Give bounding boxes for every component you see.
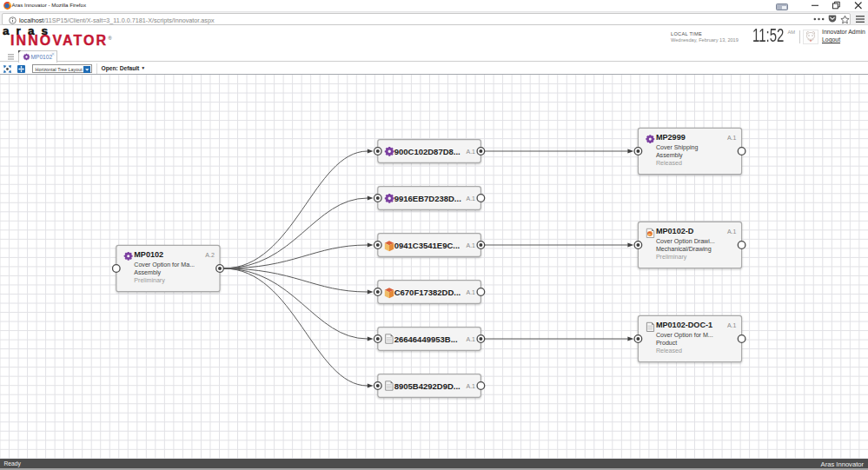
svg-text:A.2: A.2: [205, 252, 215, 258]
svg-text:Mechanical/Drawing: Mechanical/Drawing: [656, 246, 712, 253]
svg-text:MP0102-DOC-1: MP0102-DOC-1: [656, 321, 712, 329]
svg-text:MP0102-D: MP0102-D: [656, 227, 694, 235]
svg-text:A.1: A.1: [466, 195, 475, 202]
svg-text:A.1: A.1: [466, 383, 475, 389]
svg-text:9916EB7D238D...: 9916EB7D238D...: [394, 194, 461, 203]
svg-text:A.1: A.1: [466, 289, 475, 295]
svg-text:A.1: A.1: [727, 228, 737, 235]
svg-text:Product: Product: [656, 340, 677, 347]
svg-text:Cover Shipping: Cover Shipping: [656, 144, 699, 151]
svg-text:Preliminary: Preliminary: [656, 254, 687, 261]
svg-text:MP0102: MP0102: [134, 250, 163, 259]
svg-text:A.1: A.1: [727, 322, 737, 328]
svg-text:Released: Released: [656, 160, 682, 167]
svg-text:A.1: A.1: [466, 149, 475, 155]
svg-text:MP2999: MP2999: [656, 133, 686, 142]
svg-text:Preliminary: Preliminary: [134, 277, 165, 284]
svg-text:0941C3541E9C...: 0941C3541E9C...: [394, 241, 461, 250]
svg-text:Cover Option for Ma...: Cover Option for Ma...: [134, 261, 195, 268]
svg-text:A.1: A.1: [466, 336, 475, 342]
svg-text:900C102D87D8...: 900C102D87D8...: [394, 147, 461, 156]
svg-text:Cover Option for M...: Cover Option for M...: [656, 332, 713, 339]
svg-text:Assembly: Assembly: [656, 152, 683, 159]
svg-text:C670F17382DD...: C670F17382DD...: [394, 288, 461, 297]
svg-text:A.1: A.1: [727, 135, 737, 141]
svg-text:Cover Option Drawi...: Cover Option Drawi...: [656, 238, 715, 245]
svg-text:Released: Released: [656, 348, 682, 354]
svg-text:8905B4292D9D...: 8905B4292D9D...: [394, 381, 461, 391]
svg-text:26646449953B...: 26646449953B...: [394, 334, 458, 344]
svg-text:Assembly: Assembly: [134, 269, 161, 276]
svg-text:A.1: A.1: [466, 242, 475, 248]
